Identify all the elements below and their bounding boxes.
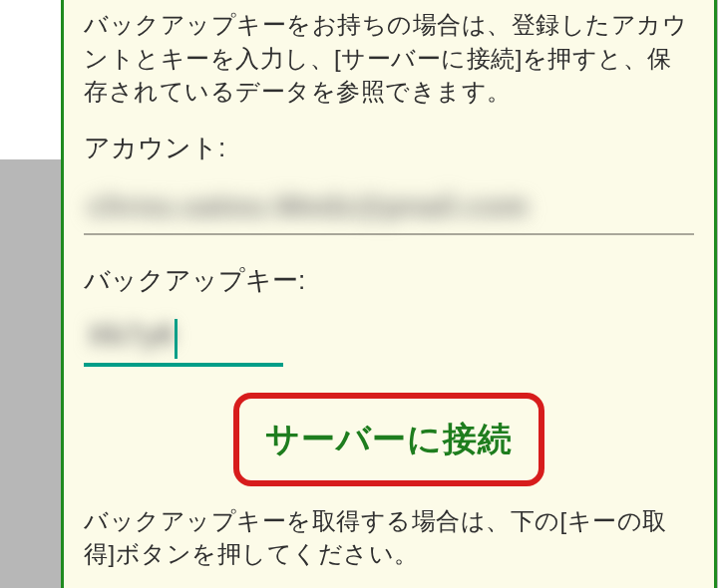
hint-text: バックアップキーを取得する場合は、下の[キーの取得]ボタンを押してください。 <box>84 504 694 571</box>
field-underline <box>84 233 694 235</box>
backup-key-field[interactable]: Xk7y8 <box>84 318 283 367</box>
active-field-underline <box>84 363 283 367</box>
backup-key-label: バックアップキー: <box>84 263 694 298</box>
intro-text: バックアップキーをお持ちの場合は、登録したアカウントとキーを入力し、[サーバーに… <box>84 8 694 109</box>
connect-server-button[interactable]: サーバーに接続 <box>233 393 544 486</box>
backup-key-value: Xk7y8 <box>84 318 177 352</box>
account-restore-dialog: バックアップキーをお持ちの場合は、登録したアカウントとキーを入力し、[サーバーに… <box>61 0 717 588</box>
account-value: chrou.uatou.Wedz@pnail.com <box>84 183 694 233</box>
account-field[interactable]: chrou.uatou.Wedz@pnail.com <box>84 183 694 235</box>
account-label: アカウント: <box>84 131 694 165</box>
text-cursor <box>175 319 178 359</box>
